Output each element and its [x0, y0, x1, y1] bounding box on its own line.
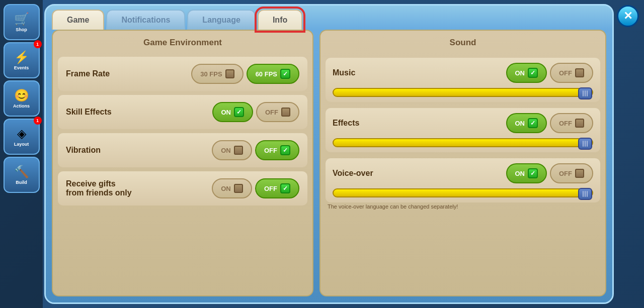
- voiceover-off-unchecked: [575, 169, 584, 178]
- voiceover-slider-lines-icon: [583, 191, 588, 197]
- frame-rate-30-unchecked: [225, 69, 234, 78]
- modal-body: Game Environment Frame Rate 30 FPS 60 FP…: [46, 30, 612, 302]
- voiceover-slider-thumb[interactable]: [578, 188, 592, 200]
- frame-rate-label: Frame Rate: [66, 69, 110, 78]
- sidebar-item-shop[interactable]: 🛒 Shop: [4, 4, 40, 40]
- voiceover-on-button[interactable]: ON ✓: [506, 163, 547, 183]
- sound-effects-row: Effects ON ✓ OFF: [326, 108, 600, 152]
- effects-on-button[interactable]: ON ✓: [506, 113, 547, 133]
- music-on-button[interactable]: ON ✓: [506, 63, 547, 83]
- skill-effects-off-unchecked: [281, 108, 290, 117]
- build-label: Build: [16, 180, 27, 185]
- vibration-on-button[interactable]: ON: [212, 140, 252, 160]
- sound-music-row: Music ON ✓ OFF: [326, 58, 600, 102]
- receive-gifts-label: Receive gifts from friends only: [66, 179, 132, 197]
- tab-game[interactable]: Game: [52, 10, 104, 30]
- frame-rate-30-button[interactable]: 30 FPS: [191, 64, 243, 84]
- vibration-off-check: ✓: [280, 145, 290, 155]
- music-on-check: ✓: [528, 68, 538, 78]
- layout-label: Layout: [14, 142, 29, 147]
- music-off-unchecked: [575, 68, 584, 77]
- frame-rate-buttons: 30 FPS 60 FPS ✓: [191, 64, 299, 84]
- music-buttons: ON ✓ OFF: [506, 63, 594, 83]
- sidebar: 🛒 Shop ⚡ Events 1 😊 Actions ◈ Layout 1 🔨…: [0, 0, 43, 308]
- receive-gifts-off-button[interactable]: OFF ✓: [255, 178, 299, 198]
- tab-notifications[interactable]: Notifications: [106, 10, 185, 30]
- events-icon: ⚡: [14, 50, 29, 64]
- skill-effects-on-check: ✓: [234, 107, 244, 117]
- vibration-label: Vibration: [66, 146, 101, 155]
- skill-effects-buttons: ON ✓ OFF: [212, 102, 300, 122]
- sound-voiceover-row: Voice-over ON ✓ OFF: [326, 158, 600, 202]
- sound-voiceover-controls: Voice-over ON ✓ OFF: [333, 163, 593, 183]
- left-panel-game: Game Environment Frame Rate 30 FPS 60 FP…: [52, 30, 313, 296]
- setting-receive-gifts: Receive gifts from friends only ON OFF ✓: [58, 171, 307, 206]
- sound-music-controls: Music ON ✓ OFF: [333, 63, 593, 83]
- actions-label: Actions: [13, 104, 30, 109]
- shop-icon: 🛒: [14, 12, 29, 26]
- settings-modal: Game Notifications Language Info Game En…: [44, 4, 614, 304]
- music-label: Music: [333, 68, 355, 77]
- actions-icon: 😊: [14, 88, 29, 102]
- voiceover-buttons: ON ✓ OFF: [506, 163, 594, 183]
- receive-gifts-on-button[interactable]: ON: [212, 178, 252, 198]
- receive-gifts-buttons: ON OFF ✓: [212, 178, 299, 198]
- skill-effects-on-button[interactable]: ON ✓: [212, 102, 254, 122]
- receive-gifts-on-unchecked: [234, 184, 243, 193]
- vibration-off-button[interactable]: OFF ✓: [255, 140, 299, 160]
- layout-badge: 1: [34, 117, 42, 125]
- sound-effects-controls: Effects ON ✓ OFF: [333, 113, 593, 133]
- frame-rate-60-button[interactable]: 60 FPS ✓: [247, 64, 299, 84]
- tab-info[interactable]: Info: [258, 10, 302, 30]
- voiceover-off-button[interactable]: OFF: [550, 163, 593, 183]
- shop-label: Shop: [16, 27, 27, 32]
- build-icon: 🔨: [14, 165, 29, 179]
- tab-bar: Game Notifications Language Info: [46, 6, 612, 30]
- effects-on-check: ✓: [528, 118, 538, 128]
- tab-language[interactable]: Language: [187, 10, 256, 30]
- sidebar-item-layout[interactable]: ◈ Layout 1: [4, 119, 40, 155]
- voiceover-on-check: ✓: [528, 168, 538, 178]
- events-label: Events: [14, 65, 29, 70]
- sidebar-item-events[interactable]: ⚡ Events 1: [4, 42, 40, 78]
- effects-buttons: ON ✓ OFF: [506, 113, 594, 133]
- vibration-buttons: ON OFF ✓: [212, 140, 299, 160]
- close-button[interactable]: ✕: [617, 5, 639, 27]
- music-slider[interactable]: [333, 88, 593, 97]
- effects-off-button[interactable]: OFF: [550, 113, 593, 133]
- game-panel-header: Game Environment: [53, 31, 312, 55]
- sidebar-item-build[interactable]: 🔨 Build: [4, 157, 40, 193]
- effects-slider[interactable]: [333, 138, 593, 147]
- skill-effects-label: Skill Effects: [66, 108, 112, 117]
- voiceover-note: The voice-over language can be changed s…: [320, 203, 605, 210]
- receive-gifts-off-check: ✓: [280, 183, 290, 193]
- voiceover-label: Voice-over: [333, 169, 373, 178]
- frame-rate-60-check: ✓: [280, 69, 290, 79]
- music-slider-thumb[interactable]: [578, 87, 592, 99]
- sidebar-item-actions[interactable]: 😊 Actions: [4, 80, 40, 117]
- close-icon: ✕: [623, 10, 632, 23]
- slider-lines-icon: [583, 90, 588, 96]
- setting-frame-rate: Frame Rate 30 FPS 60 FPS ✓: [58, 57, 307, 91]
- effects-slider-lines-icon: [583, 141, 588, 147]
- voiceover-slider[interactable]: [333, 188, 593, 197]
- vibration-on-unchecked: [234, 146, 243, 155]
- setting-skill-effects: Skill Effects ON ✓ OFF: [58, 95, 307, 129]
- effects-label: Effects: [333, 119, 359, 128]
- setting-vibration: Vibration ON OFF ✓: [58, 133, 307, 167]
- sound-panel-header: Sound: [320, 31, 605, 55]
- music-off-button[interactable]: OFF: [550, 63, 593, 83]
- effects-slider-thumb[interactable]: [578, 138, 592, 150]
- events-badge: 1: [34, 40, 42, 48]
- right-panel-sound: Sound Music ON ✓ OFF: [319, 30, 606, 296]
- effects-off-unchecked: [575, 119, 584, 128]
- skill-effects-off-button[interactable]: OFF: [256, 102, 299, 122]
- layout-icon: ◈: [17, 127, 26, 141]
